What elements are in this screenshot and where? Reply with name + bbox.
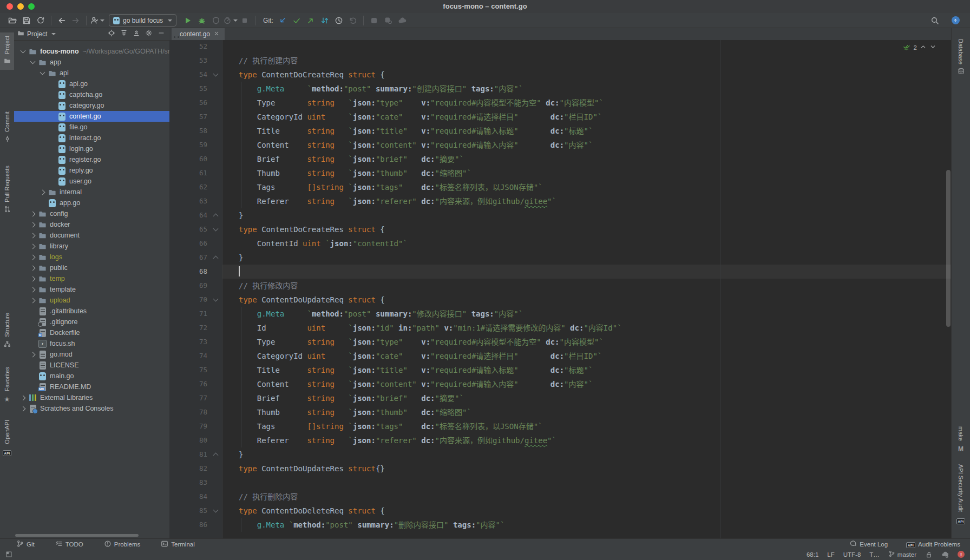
save-icon[interactable] (19, 14, 34, 27)
chevron-closed-icon[interactable] (27, 223, 38, 227)
debug-icon[interactable] (195, 14, 209, 27)
close-icon[interactable] (213, 30, 220, 38)
tool-stripe-openapi[interactable]: OpenAPIAPI (0, 417, 14, 460)
shelve-find-icon[interactable] (381, 14, 395, 27)
collapse-all-icon[interactable] (133, 29, 140, 39)
history-icon[interactable] (332, 14, 346, 27)
tool-stripe-commit[interactable]: Commit (0, 108, 14, 148)
tool-stripe-api-security-audit[interactable]: API Security AuditAPI (952, 461, 970, 528)
chevron-closed-icon[interactable] (17, 396, 28, 400)
tree-item-content-go[interactable]: content.go (14, 111, 169, 122)
zoom-window-button[interactable] (28, 3, 35, 10)
gear-icon[interactable] (145, 29, 153, 39)
inspection-widget[interactable]: 2 (903, 43, 936, 52)
tree-item-license[interactable]: LICENSE (14, 360, 169, 371)
file-encoding[interactable]: UTF-8 (843, 551, 861, 558)
chevron-closed-icon[interactable] (27, 212, 38, 216)
tree-item-document[interactable]: document (14, 230, 169, 241)
project-panel-title[interactable]: Project (27, 30, 47, 38)
git-commit-icon[interactable] (290, 14, 304, 27)
tree-item-interact-go[interactable]: interact.go (14, 133, 169, 143)
stop-icon[interactable] (238, 14, 252, 27)
fold-close-icon[interactable] (212, 251, 219, 265)
tree-item-captcha-go[interactable]: captcha.go (14, 89, 169, 100)
tree-item--gitignore[interactable]: .gitignore (14, 317, 169, 327)
fold-open-icon[interactable] (212, 68, 219, 82)
git-push-icon[interactable] (304, 14, 318, 27)
chevron-closed-icon[interactable] (17, 407, 28, 411)
tree-item-login-go[interactable]: login.go (14, 143, 169, 154)
tab-content-go[interactable]: content.go (172, 28, 225, 40)
tree-item-scratches-and-consoles[interactable]: Scratches and Consoles (14, 403, 169, 414)
tree-item-temp[interactable]: temp (14, 273, 169, 284)
tool-stripe-structure[interactable]: Structure (0, 309, 14, 353)
back-icon[interactable] (55, 14, 69, 27)
git-fetch-icon[interactable] (318, 14, 332, 27)
rollback-icon[interactable] (346, 14, 360, 27)
tree-item-docker[interactable]: docker (14, 219, 169, 230)
tree-item-api[interactable]: api (14, 68, 169, 78)
chevron-closed-icon[interactable] (37, 190, 48, 194)
ide-update-icon[interactable] (948, 14, 962, 27)
editor-vertical-scrollbar[interactable] (946, 170, 951, 327)
open-folder-icon[interactable] (5, 14, 19, 27)
tool-stripe-pull-requests[interactable]: Pull Requests (0, 162, 14, 218)
chevron-open-icon[interactable] (27, 61, 38, 63)
chevron-closed-icon[interactable] (27, 288, 38, 292)
fold-close-icon[interactable] (212, 208, 219, 222)
tree-item-app[interactable]: app (14, 57, 169, 68)
tree-item-focus-sh[interactable]: ›focus.sh (14, 338, 169, 349)
chevron-closed-icon[interactable] (27, 255, 38, 259)
next-problem-button[interactable] (929, 43, 936, 51)
chevron-closed-icon[interactable] (27, 299, 38, 302)
lock-open-icon[interactable] (925, 551, 933, 558)
tree-item--gitattributes[interactable]: .gitattributes (14, 306, 169, 317)
chevron-closed-icon[interactable] (27, 266, 38, 270)
chevron-down-icon[interactable] (51, 33, 56, 35)
tree-item-config[interactable]: config (14, 208, 169, 219)
cloud-gear-icon[interactable] (941, 551, 949, 558)
toolwindow-button-terminal[interactable]: Terminal (161, 540, 194, 549)
error-badge-icon[interactable]: ! (958, 551, 965, 558)
locate-icon[interactable] (108, 29, 115, 39)
tree-item-category-go[interactable]: category.go (14, 100, 169, 111)
toolwindow-button-problems[interactable]: Problems (104, 540, 141, 549)
code-editor[interactable]: 5253545556575859606162636465666768697071… (169, 40, 952, 538)
tool-stripe-favorites[interactable]: Favorites★ (0, 364, 14, 407)
tree-item-public[interactable]: public (14, 262, 169, 273)
hide-panel-icon[interactable] (158, 29, 165, 39)
run-configuration-select[interactable]: go build focus (109, 14, 176, 27)
chevron-closed-icon[interactable] (27, 277, 38, 281)
fold-open-icon[interactable] (212, 504, 219, 518)
search-icon[interactable] (928, 14, 942, 27)
chevron-closed-icon[interactable] (27, 245, 38, 248)
tree-item-app-go[interactable]: app.go (14, 197, 169, 208)
cloud-icon[interactable] (395, 14, 409, 27)
toolwindow-button-event-log[interactable]: Event Log (849, 540, 888, 549)
git-branch-widget[interactable]: master (888, 550, 916, 558)
fold-close-icon[interactable] (212, 447, 219, 462)
line-separator[interactable]: LF (827, 551, 834, 558)
git-update-icon[interactable] (276, 14, 290, 27)
tree-item-external-libraries[interactable]: External Libraries (14, 392, 169, 403)
chevron-closed-icon[interactable] (27, 234, 38, 238)
restore-windows-icon[interactable] (5, 551, 12, 558)
tree-item-api-go[interactable]: api.go (14, 78, 169, 89)
shelve-icon[interactable] (367, 14, 381, 27)
toolwindow-button-audit-problems[interactable]: APIAudit Problems (906, 541, 960, 548)
run-icon[interactable] (181, 14, 195, 27)
prev-problem-button[interactable] (920, 43, 927, 51)
toolwindow-button-todo[interactable]: TODO (55, 540, 83, 549)
toolwindow-button-git[interactable]: Git (16, 540, 35, 549)
tree-item-reply-go[interactable]: reply.go (14, 165, 169, 176)
caret-position[interactable]: 68:1 (807, 551, 818, 558)
tree-item-internal[interactable]: internal (14, 187, 169, 197)
forward-icon[interactable] (69, 14, 83, 27)
tree-item-upload[interactable]: upload (14, 295, 169, 306)
tree-item-go-mod[interactable]: go.mod (14, 349, 169, 360)
chevron-open-icon[interactable] (17, 50, 28, 52)
tree-item-file-go[interactable]: file.go (14, 122, 169, 133)
minimize-window-button[interactable] (17, 3, 24, 10)
coverage-icon[interactable] (209, 14, 223, 27)
tree-item-template[interactable]: template (14, 284, 169, 295)
